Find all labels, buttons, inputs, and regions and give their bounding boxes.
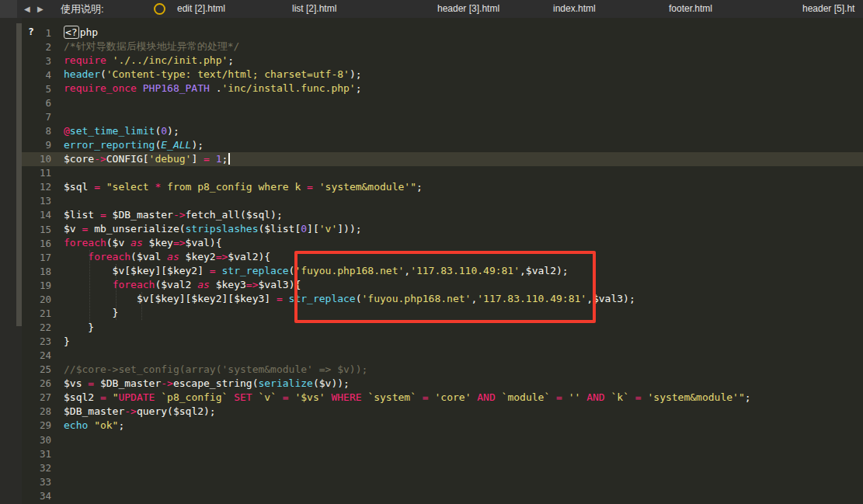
code-line[interactable]: 33 — [22, 474, 863, 488]
line-number[interactable]: 26 — [22, 377, 51, 389]
tab-footer-html[interactable]: footer.html — [669, 3, 712, 14]
code-text: @set_time_limit(0); — [51, 124, 179, 138]
line-number[interactable]: 15 — [22, 224, 51, 235]
line-number[interactable]: 24 — [22, 349, 51, 361]
scrollbar-thumb[interactable] — [16, 23, 22, 326]
code-line[interactable]: 10$core->CONFIG['debug'] = 1; — [22, 152, 863, 166]
line-number[interactable]: 10 — [22, 153, 51, 165]
code-text: //$core->set_config(array('system&module… — [51, 363, 367, 377]
code-line[interactable]: 3require './../inc/init.php'; — [22, 54, 863, 68]
code-text: $sql = "select * from p8_config where k … — [51, 180, 423, 194]
line-number[interactable]: 8 — [22, 125, 51, 137]
code-text: $vs = $DB_master->escape_string(serializ… — [51, 377, 350, 391]
code-area[interactable]: ? 1<?php2/*针对导数据后模块地址异常的处理*/3require './… — [22, 18, 863, 504]
code-line[interactable]: 22 } — [22, 320, 863, 334]
line-number[interactable]: 27 — [22, 391, 51, 403]
code-text: require './../inc/init.php'; — [51, 54, 234, 68]
line-number[interactable]: 28 — [22, 405, 51, 417]
tab-header-5-html[interactable]: header [5].ht — [802, 3, 854, 14]
code-line[interactable]: 19 foreach($val2 as $key3=>$val3){ — [22, 278, 863, 292]
tab-usage-notes[interactable]: 使用说明: — [61, 2, 104, 16]
line-number[interactable]: 4 — [22, 69, 51, 81]
line-number[interactable]: 33 — [22, 476, 51, 488]
code-line[interactable]: 14$list = $DB_master->fetch_all($sql); — [22, 208, 863, 222]
line-number[interactable]: 11 — [22, 167, 51, 179]
line-number[interactable]: 13 — [22, 195, 51, 207]
code-line[interactable]: 9error_reporting(E_ALL); — [22, 138, 863, 152]
line-number[interactable]: 31 — [22, 448, 51, 460]
code-text: $sql2 = "UPDATE `p8_config` SET `v` = '$… — [51, 391, 751, 405]
code-line[interactable]: 29echo "ok"; — [22, 419, 863, 433]
line-number[interactable]: 14 — [22, 209, 51, 221]
line-number[interactable]: 7 — [22, 111, 51, 123]
code-line[interactable]: 15$v = mb_unserialize(stripslashes($list… — [22, 222, 863, 236]
line-number[interactable]: 9 — [22, 139, 51, 151]
code-line[interactable]: 7 — [22, 109, 863, 123]
code-line[interactable]: 26$vs = $DB_master->escape_string(serial… — [22, 377, 863, 391]
code-text: error_reporting(E_ALL); — [51, 138, 204, 152]
code-line[interactable]: 21 } — [22, 306, 863, 320]
line-number[interactable]: 3 — [22, 55, 51, 67]
tab-edit-2-html[interactable]: edit [2].html — [177, 3, 225, 14]
code-line[interactable]: 11 — [22, 166, 863, 180]
unsaved-changes-icon — [154, 3, 165, 15]
code-line[interactable]: 20 $v[$key][$key2][$key3] = str_replace(… — [22, 292, 863, 306]
code-text: foreach($val as $key2=>$val2){ — [51, 250, 270, 264]
code-text: foreach($val2 as $key3=>$val3){ — [51, 278, 301, 292]
line-number[interactable]: 12 — [22, 181, 51, 193]
code-text: echo "ok"; — [51, 419, 124, 433]
code-line[interactable]: 8@set_time_limit(0); — [22, 123, 863, 137]
tab-nav-back-icon[interactable]: ◀ — [24, 3, 30, 15]
tab-nav-forward-icon[interactable]: ▶ — [37, 3, 43, 15]
line-number[interactable]: 19 — [22, 280, 51, 291]
code-line[interactable]: 23} — [22, 335, 863, 349]
code-text: $v[$key][$key2] = str_replace('fuyou.php… — [51, 264, 569, 278]
code-line[interactable]: 5require_once PHP168_PATH .'inc/install.… — [22, 82, 863, 96]
window-corner-block — [0, 0, 17, 18]
tab-list-2-html[interactable]: list [2].html — [292, 3, 336, 14]
line-number[interactable]: 5 — [22, 83, 51, 95]
code-line[interactable]: 6 — [22, 96, 863, 109]
line-number[interactable]: 29 — [22, 419, 51, 431]
code-line[interactable]: 25//$core->set_config(array('system&modu… — [22, 363, 863, 377]
line-number[interactable]: 18 — [22, 266, 51, 277]
code-line[interactable]: 28$DB_master->query($sql2); — [22, 405, 863, 419]
code-line[interactable]: 32 — [22, 461, 863, 474]
line-number[interactable]: 25 — [22, 363, 51, 375]
tab-header-3-html[interactable]: header [3].html — [437, 3, 499, 14]
code-line[interactable]: 27$sql2 = "UPDATE `p8_config` SET `v` = … — [22, 391, 863, 405]
code-text: $core->CONFIG['debug'] = 1; — [51, 152, 230, 166]
code-line[interactable]: 31 — [22, 447, 863, 461]
code-text: require_once PHP168_PATH .'inc/install.f… — [51, 82, 362, 96]
line-number[interactable]: 1 — [22, 27, 51, 39]
line-number[interactable]: 34 — [22, 490, 51, 502]
line-number[interactable]: 20 — [22, 294, 51, 305]
line-number[interactable]: 16 — [22, 238, 51, 249]
line-number[interactable]: 17 — [22, 252, 51, 263]
code-text: $v[$key][$key2][$key3] = str_replace('fu… — [51, 292, 635, 306]
line-number[interactable]: 6 — [22, 97, 51, 109]
line-number[interactable]: 30 — [22, 434, 51, 446]
code-line[interactable]: 30 — [22, 433, 863, 447]
code-line[interactable]: 16foreach($v as $key=>$val){ — [22, 236, 863, 250]
code-line[interactable]: 2/*针对导数据后模块地址异常的处理*/ — [22, 40, 863, 54]
code-text: $DB_master->query($sql2); — [51, 405, 216, 419]
code-line[interactable]: 4header('Content-type: text/html; charse… — [22, 68, 863, 82]
tab-index-html[interactable]: index.html — [553, 3, 596, 14]
code-line[interactable]: 18 $v[$key][$key2] = str_replace('fuyou.… — [22, 264, 863, 278]
line-number[interactable]: 2 — [22, 41, 51, 53]
line-number[interactable]: 32 — [22, 462, 51, 474]
code-line[interactable]: 34 — [22, 488, 863, 502]
line-number[interactable]: 23 — [22, 335, 51, 347]
line-number[interactable]: 22 — [22, 322, 51, 333]
code-line[interactable]: 17 foreach($val as $key2=>$val2){ — [22, 250, 863, 264]
left-scrollbar-track — [0, 18, 22, 504]
code-line[interactable]: 24 — [22, 349, 863, 363]
code-text: } — [51, 306, 118, 320]
code-line[interactable]: 1<?php — [22, 26, 863, 40]
code-editor-window: ◀ ▶ 使用说明: edit [2].html list [2].html he… — [0, 0, 863, 504]
code-line[interactable]: 13 — [22, 194, 863, 208]
line-number[interactable]: 21 — [22, 308, 51, 319]
code-line[interactable]: 12$sql = "select * from p8_config where … — [22, 180, 863, 194]
text-cursor — [228, 153, 230, 165]
